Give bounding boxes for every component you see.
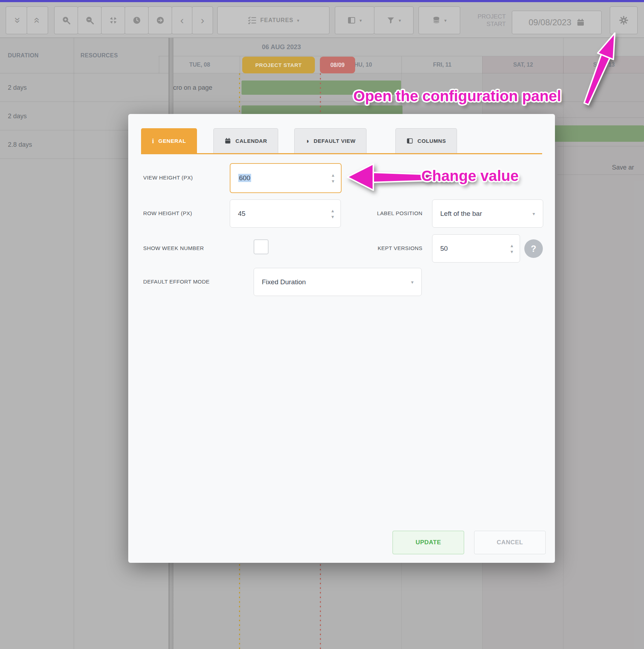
tab-label: COLUMNS (417, 138, 446, 144)
date-value: 09/08/2023 (529, 17, 571, 27)
annotation-change-value: Change value (421, 167, 519, 185)
layout-columns-icon (347, 16, 356, 25)
database-icon (432, 16, 441, 25)
spinner-down-button[interactable]: ▼ (331, 214, 335, 219)
chevron-down-icon: ▾ (297, 18, 300, 23)
zoom-in-button[interactable] (54, 6, 78, 34)
project-start-marker-badge: PROJECT START (242, 57, 315, 73)
default-effort-mode-select[interactable]: Fixed Duration ▾ (254, 268, 422, 296)
label-position-label: LABEL POSITION (342, 210, 422, 216)
info-icon: i (152, 138, 154, 144)
zoom-to-fit-icon (109, 16, 118, 25)
checklist-icon (248, 16, 257, 25)
data-menu-button[interactable]: ▾ (419, 6, 460, 34)
duration-cell[interactable]: 2.8 days (8, 130, 32, 159)
weekend-shading (563, 73, 644, 649)
chevron-down-icon: ▾ (444, 18, 447, 23)
zoom-out-button[interactable] (78, 6, 102, 34)
columns-icon (406, 137, 413, 144)
gear-icon (619, 15, 629, 25)
features-label: FEATURES (260, 17, 294, 24)
half-circle-icon: ◑ (305, 138, 309, 144)
modal-tab-bar: i GENERAL CALENDAR ◑ DEFAULT VIEW COLUMN… (141, 127, 542, 154)
week-header-cell: 06 AUG 2023 (159, 38, 404, 56)
expand-all-button[interactable]: « (27, 6, 48, 34)
date-marker-badge: 08/09 (320, 57, 355, 73)
view-height-value: 600 (238, 174, 251, 182)
chevron-down-icon: ▾ (399, 18, 401, 23)
column-divider (74, 38, 74, 649)
label-position-select[interactable]: Left of the bar ▾ (432, 199, 543, 228)
column-header-duration[interactable]: DURATION (8, 38, 65, 73)
tab-label: DEFAULT VIEW (313, 138, 355, 144)
help-button[interactable]: ? (524, 239, 543, 258)
shift-next-button[interactable]: › (192, 6, 213, 34)
zoom-to-fit-button[interactable] (101, 6, 125, 34)
chevron-right-icon: › (201, 15, 204, 26)
task-label: cro on a page (173, 81, 212, 95)
tab-general[interactable]: i GENERAL (141, 128, 197, 153)
duration-cell[interactable]: 2 days (8, 102, 27, 130)
filter-icon (386, 16, 395, 25)
spinner-up-button[interactable]: ▲ (331, 208, 335, 213)
row-height-value: 45 (238, 210, 245, 218)
row-height-input[interactable]: 45 ▲ ▼ (230, 199, 341, 228)
calendar-icon (576, 18, 585, 27)
zoom-out-icon (85, 16, 94, 25)
gridline (0, 38, 644, 38)
filter-menu-button[interactable]: ▾ (374, 6, 414, 34)
chevron-down-icon: ▾ (411, 279, 414, 285)
chevron-left-icon: ‹ (180, 15, 184, 26)
default-effort-mode-label: DEFAULT EFFORT MODE (143, 279, 210, 285)
spinner-down-button[interactable]: ▼ (331, 179, 335, 183)
project-start-label: PROJECT START (457, 13, 506, 28)
day-header-cell: FRI, 11 (401, 56, 483, 73)
spinner-up-button[interactable]: ▲ (510, 243, 514, 248)
zoom-in-icon (62, 16, 71, 25)
annotation-open-config: Open the configuration panel (353, 88, 561, 105)
update-button[interactable]: UPDATE (393, 531, 464, 554)
kept-versions-label: KEPT VERSIONS (342, 245, 422, 251)
settings-button[interactable] (610, 6, 638, 34)
question-icon: ? (531, 244, 536, 254)
day-header-cell-weekend: SUN, 13 (563, 56, 644, 73)
gridline (159, 56, 644, 56)
chevron-down-icon: ▾ (533, 211, 535, 217)
week-divider (563, 38, 564, 56)
duration-cell[interactable]: 2 days (8, 73, 27, 102)
features-menu-button[interactable]: FEATURES ▾ (217, 6, 329, 34)
tab-calendar[interactable]: CALENDAR (213, 128, 278, 153)
day-header-cell-weekend: SAT, 12 (482, 56, 564, 73)
spinner-down-button[interactable]: ▼ (510, 249, 514, 254)
show-week-number-checkbox[interactable] (254, 239, 269, 254)
clock-icon (132, 16, 141, 25)
tab-label: CALENDAR (235, 138, 267, 144)
tab-default-view[interactable]: ◑ DEFAULT VIEW (294, 128, 367, 153)
arrow-circle-right-icon (156, 16, 165, 25)
shift-previous-button[interactable]: ‹ (172, 6, 192, 34)
show-week-number-label: SHOW WEEK NUMBER (143, 245, 204, 251)
label-position-value: Left of the bar (440, 210, 482, 218)
scroll-to-date-button[interactable] (148, 6, 172, 34)
shift-time-button[interactable] (125, 6, 149, 34)
calendar-icon (224, 137, 231, 144)
collapse-all-icon: « (11, 17, 22, 24)
view-height-label: VIEW HEIGHT (PX) (143, 175, 193, 181)
tab-columns[interactable]: COLUMNS (395, 128, 457, 153)
kept-versions-value: 50 (440, 245, 448, 253)
project-start-date-field[interactable]: 09/08/2023 (512, 11, 602, 34)
task-label: Save ar (612, 160, 634, 175)
tab-label: GENERAL (159, 138, 186, 144)
spinner-up-button[interactable]: ▲ (331, 173, 335, 177)
column-header-resources[interactable]: RESOURCES (80, 38, 159, 73)
kept-versions-input[interactable]: 50 ▲ ▼ (432, 234, 520, 263)
view-height-input[interactable]: 600 ▲ ▼ (230, 163, 342, 193)
collapse-all-button[interactable]: « (6, 6, 27, 34)
expand-all-icon: « (32, 17, 43, 24)
row-height-label: ROW HEIGHT (PX) (143, 210, 192, 216)
default-effort-mode-value: Fixed Duration (262, 278, 306, 286)
columns-menu-button[interactable]: ▾ (335, 6, 374, 34)
toolbar: « « ‹ (0, 2, 644, 38)
cancel-button[interactable]: CANCEL (474, 531, 546, 554)
chevron-down-icon: ▾ (359, 18, 362, 23)
